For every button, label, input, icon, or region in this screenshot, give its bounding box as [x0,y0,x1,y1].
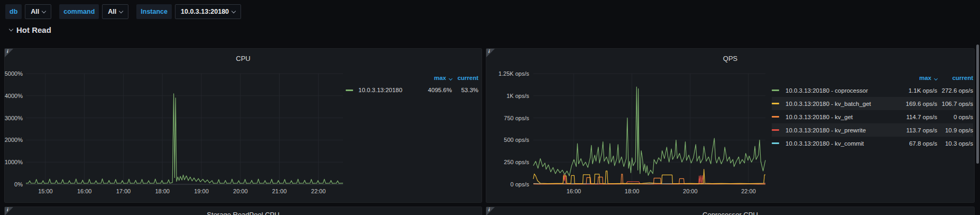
series-color-dash [772,89,779,91]
qps-legend: max current 10.0.3.13:20180 - coprocesso… [772,72,973,150]
x-axis-label: 22:00 [741,188,756,194]
x-axis-label: 20:00 [683,188,698,194]
legend-row: 10.0.3.13:20180 - kv_batch_get 169.6 ops… [772,97,973,110]
y-axis-label: 0% [14,181,23,187]
x-axis-label: 18:00 [625,188,640,194]
x-axis-label: 21:00 [272,188,287,194]
chevron-down-icon [42,8,46,13]
x-axis-label: 20:00 [233,188,248,194]
series-current-value: 0 ops/s [937,114,973,120]
legend-sort-max[interactable]: max [403,75,452,81]
vertical-scrollbar[interactable] [976,44,979,164]
command-variable-dropdown[interactable]: All [102,4,128,19]
series-line [533,87,765,176]
legend-row: 10.0.3.13:20180 4095.6% 53.3% [346,84,478,96]
cpu-legend-header: max current [346,72,478,84]
series-current-value: 53.3% [452,87,478,93]
series-color-dash [772,103,779,104]
y-axis-label: 3000% [5,115,23,121]
series-name[interactable]: 10.0.3.13:20180 - kv_prewrite [785,127,882,133]
chevron-down-icon [119,8,123,13]
y-axis-label: 4000% [5,93,23,99]
series-max-value: 4095.6% [403,87,452,93]
variable-command: command All [59,4,128,19]
series-color-dash [772,142,779,144]
series-max-value: 114.7 ops/s [882,114,937,120]
db-variable-dropdown[interactable]: All [25,4,51,19]
variable-db: db All [5,4,51,19]
cpu-legend: max current 10.0.3.13:20180 4095.6% 53.3… [346,72,478,96]
series-name[interactable]: 10.0.3.13:20180 - kv_commit [785,140,882,147]
variables-toolbar: db All command All Instance 10.0.3.13:20… [5,4,241,19]
panel-storage-readpool-cpu: i Storage ReadPool CPU [4,207,482,215]
x-axis-label: 19:00 [194,188,209,194]
series-name[interactable]: 10.0.3.13:20180 - kv_get [785,114,882,120]
panel-cpu: i CPU 15:0016:0017:0018:0019:0020:0021:0… [4,48,482,203]
panel-qps: i QPS 16:0018:0020:0022:000 ops/s250 ops… [486,48,975,203]
x-axis-label: 18:00 [155,188,170,194]
variable-instance: Instance 10.0.3.13:20180 [136,4,241,19]
y-axis-label: 250 ops/s [504,159,529,165]
command-variable-value: All [108,5,116,19]
chevron-down-icon [9,26,13,31]
row-hot-read[interactable]: Hot Read [6,25,51,34]
series-current-value: 272.6 ops/s [937,87,973,94]
y-axis-label: 5000% [5,70,23,77]
panel-title-coprocessor-cpu[interactable]: Coprocessor CPU [486,211,974,215]
panel-coprocessor-cpu: i Coprocessor CPU [486,207,975,215]
db-variable-label[interactable]: db [5,4,22,19]
legend-row: 10.0.3.13:20180 - kv_prewrite 113.7 ops/… [772,123,973,137]
series-max-value: 67.8 ops/s [882,140,937,147]
legend-sort-current[interactable]: current [937,75,973,81]
series-line [533,169,765,184]
series-name[interactable]: 10.0.3.13:20180 - coprocessor [785,87,882,94]
chevron-down-icon [232,8,236,13]
qps-legend-header: max current [772,72,973,84]
series-current-value: 10.9 ops/s [937,127,973,133]
x-axis-label: 15:00 [38,188,53,194]
series-max-value: 1.1K ops/s [882,87,937,94]
legend-sort-max[interactable]: max [882,75,937,81]
x-axis-label: 17:00 [116,188,131,194]
instance-variable-value: 10.0.3.13:20180 [181,5,229,19]
db-variable-value: All [31,5,39,19]
series-color-dash [346,89,353,91]
legend-row: 10.0.3.13:20180 - kv_commit 67.8 ops/s 1… [772,137,973,150]
series-color-dash [772,116,779,118]
series-name[interactable]: 10.0.3.13:20180 - kv_batch_get [785,101,882,107]
y-axis-label: 2000% [5,137,23,143]
y-axis-label: 1.25K ops/s [498,70,530,77]
instance-variable-dropdown[interactable]: 10.0.3.13:20180 [175,4,241,19]
dashboard-page: db All command All Instance 10.0.3.13:20… [0,0,980,215]
instance-variable-label[interactable]: Instance [136,4,172,19]
series-max-value: 113.7 ops/s [882,127,937,133]
y-axis-label: 1000% [5,159,23,165]
series-name[interactable]: 10.0.3.13:20180 [358,87,403,93]
x-axis-label: 16:00 [567,188,581,194]
series-max-value: 169.6 ops/s [882,101,937,107]
row-title: Hot Read [16,25,51,34]
x-axis-label: 22:00 [311,188,326,194]
panel-title-storage-readpool-cpu[interactable]: Storage ReadPool CPU [5,211,482,215]
y-axis-label: 750 ops/s [504,115,529,121]
y-axis-label: 0 ops/s [511,181,530,187]
series-line [26,94,343,183]
legend-sort-current[interactable]: current [452,75,478,81]
series-current-value: 106.7 ops/s [937,101,973,107]
legend-row: 10.0.3.13:20180 - coprocessor 1.1K ops/s… [772,84,973,97]
y-axis-label: 1K ops/s [506,93,529,99]
x-axis-label: 16:00 [77,188,92,194]
command-variable-label[interactable]: command [59,4,99,19]
series-current-value: 10.3 ops/s [937,140,973,147]
series-color-dash [772,129,779,131]
y-axis-label: 500 ops/s [504,137,529,143]
legend-row: 10.0.3.13:20180 - kv_get 114.7 ops/s 0 o… [772,110,973,123]
